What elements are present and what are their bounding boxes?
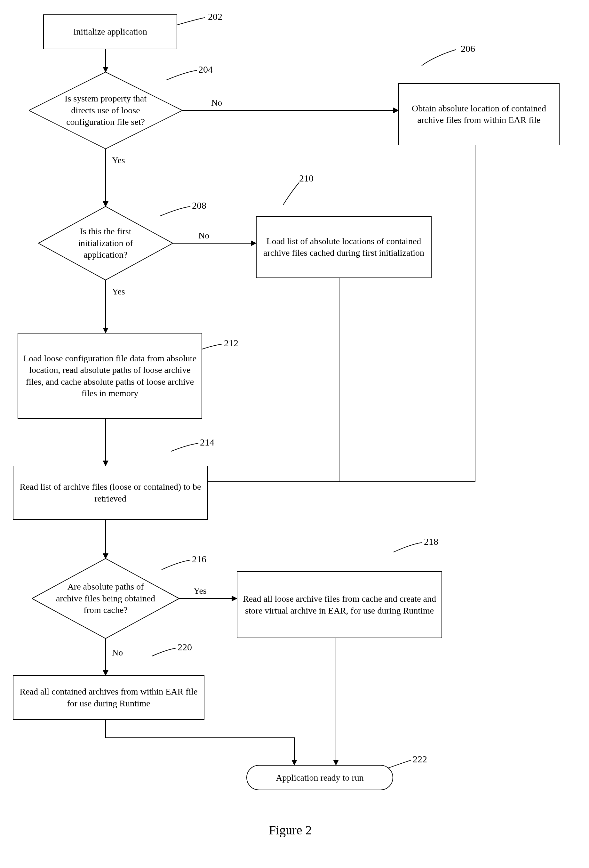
ref-222: 222 — [413, 754, 427, 765]
figure-caption: Figure 2 — [269, 822, 312, 838]
ref-216: 216 — [192, 554, 206, 565]
ref-202: 202 — [208, 11, 222, 22]
process-read-loose-cache: Read all loose archive files from cache … — [237, 571, 442, 638]
decision-text: Is this the first initialization of appl… — [59, 226, 153, 261]
ref-204: 204 — [198, 64, 213, 75]
ref-210: 210 — [299, 173, 314, 184]
decision-from-cache: Are absolute paths of archive files bein… — [32, 558, 179, 639]
edge-label-no: No — [198, 230, 209, 241]
process-read-contained: Read all contained archives from within … — [13, 675, 205, 720]
edge-label-yes: Yes — [112, 286, 125, 297]
ref-214: 214 — [200, 437, 214, 448]
process-text: Read list of archive files (loose or con… — [17, 481, 204, 505]
edge-label-no: No — [211, 97, 222, 108]
flowchart-canvas: Initialize application 202 Is system pro… — [13, 13, 576, 855]
ref-208: 208 — [192, 200, 206, 211]
decision-text: Are absolute paths of archive files bein… — [54, 581, 157, 616]
edge-label-no: No — [112, 648, 123, 658]
process-text: Load loose configuration file data from … — [21, 353, 198, 399]
process-text: Initialize application — [73, 26, 147, 37]
process-text: Load list of absolute locations of conta… — [260, 236, 428, 259]
edge-label-yes: Yes — [112, 155, 125, 165]
ref-212: 212 — [224, 338, 239, 348]
process-text: Obtain absolute location of contained ar… — [402, 103, 556, 126]
edge-label-yes: Yes — [194, 586, 207, 596]
decision-first-init: Is this the first initialization of appl… — [38, 207, 173, 280]
decision-text: Is system property that directs use of l… — [52, 93, 159, 128]
ref-218: 218 — [424, 536, 438, 547]
terminator-text: Application ready to run — [276, 773, 364, 783]
decision-loose-config: Is system property that directs use of l… — [29, 72, 183, 149]
process-load-loose-config: Load loose configuration file data from … — [18, 333, 202, 419]
process-text: Read all contained archives from within … — [17, 686, 200, 709]
terminator-ready: Application ready to run — [246, 765, 393, 790]
ref-206: 206 — [461, 43, 475, 54]
process-read-list: Read list of archive files (loose or con… — [13, 466, 208, 520]
ref-220: 220 — [178, 642, 192, 652]
process-load-cached-list: Load list of absolute locations of conta… — [256, 216, 431, 278]
process-obtain-absolute: Obtain absolute location of contained ar… — [398, 83, 560, 145]
process-initialize: Initialize application — [43, 15, 177, 49]
process-text: Read all loose archive files from cache … — [241, 593, 438, 616]
